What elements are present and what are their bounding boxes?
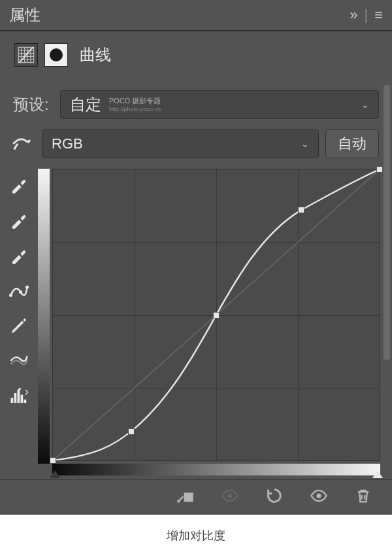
preset-row: 预设: 自定 POCO 摄影专题 http://photo.poco.cn ⌄	[0, 85, 392, 124]
svg-point-6	[177, 499, 180, 502]
target-adjust-icon[interactable]	[8, 130, 35, 158]
panel-body: 预设: 自定 POCO 摄影专题 http://photo.poco.cn ⌄ …	[0, 85, 392, 515]
watermark-line2: http://photo.poco.cn	[109, 106, 161, 112]
curve-area	[0, 169, 385, 482]
svg-point-8	[317, 493, 321, 498]
eyedropper-white-icon[interactable]	[7, 243, 31, 267]
white-point-slider[interactable]	[372, 470, 383, 478]
svg-point-7	[228, 493, 233, 498]
curves-adjustment-icon[interactable]	[14, 43, 38, 67]
curve-grid[interactable]	[52, 169, 380, 461]
watermark-line1: POCO 摄影专题	[109, 97, 161, 105]
svg-point-1	[9, 294, 12, 297]
curve-point[interactable]	[128, 428, 135, 435]
trash-icon[interactable]	[353, 485, 374, 506]
curve-canvas[interactable]	[38, 169, 380, 482]
channel-value: RGB	[52, 135, 83, 152]
eyedropper-black-icon[interactable]	[7, 173, 31, 196]
auto-button[interactable]: 自动	[325, 129, 379, 158]
curve-point[interactable]	[50, 457, 56, 464]
preset-value: 自定	[70, 94, 101, 115]
curve-point[interactable]	[213, 312, 220, 318]
clip-to-layer-icon[interactable]	[175, 485, 196, 506]
black-point-slider[interactable]	[50, 470, 60, 478]
caption: 增加对比度	[0, 515, 392, 550]
curve-point[interactable]	[376, 166, 383, 173]
pencil-icon[interactable]	[7, 314, 31, 337]
input-gradient	[52, 464, 380, 475]
panel-title: 属性	[9, 5, 41, 26]
curve-point[interactable]	[298, 207, 304, 213]
panel-menu-icon[interactable]: ≡	[374, 7, 383, 24]
visibility-icon[interactable]	[308, 485, 329, 506]
adjustment-type-row: 曲线	[0, 31, 392, 75]
watermark: POCO 摄影专题 http://photo.poco.cn	[109, 97, 161, 113]
svg-point-2	[19, 290, 22, 294]
reset-icon[interactable]	[264, 485, 285, 506]
properties-panel: 属性 » | ≡ 曲线 预设: 自定 POCO 摄影专题 http://phot…	[0, 0, 392, 515]
output-gradient	[38, 169, 50, 464]
svg-point-3	[25, 286, 29, 289]
panel-footer	[0, 479, 392, 511]
channel-row: RGB ⌄ 自动	[0, 124, 392, 163]
tool-column	[0, 169, 38, 482]
preset-select[interactable]: 自定 POCO 摄影专题 http://photo.poco.cn ⌄	[60, 90, 379, 119]
svg-rect-5	[184, 492, 193, 502]
channel-select[interactable]: RGB ⌄	[42, 129, 319, 158]
preset-label: 预设:	[13, 94, 55, 115]
layer-mask-icon[interactable]	[44, 43, 68, 67]
smooth-icon[interactable]	[7, 349, 31, 373]
chevron-down-icon: ⌄	[301, 139, 309, 149]
panel-header: 属性 » | ≡	[0, 0, 392, 31]
header-controls: » | ≡	[350, 7, 383, 24]
chevron-down-icon: ⌄	[361, 99, 369, 110]
eyedropper-gray-icon[interactable]	[7, 208, 31, 232]
point-curve-icon[interactable]	[7, 279, 31, 302]
separator: |	[364, 7, 368, 24]
scrollbar[interactable]	[384, 85, 390, 360]
view-previous-icon[interactable]	[220, 485, 240, 506]
adjustment-name: 曲线	[80, 44, 111, 65]
histogram-clip-icon[interactable]	[7, 385, 31, 408]
expand-icon[interactable]: »	[350, 7, 357, 24]
